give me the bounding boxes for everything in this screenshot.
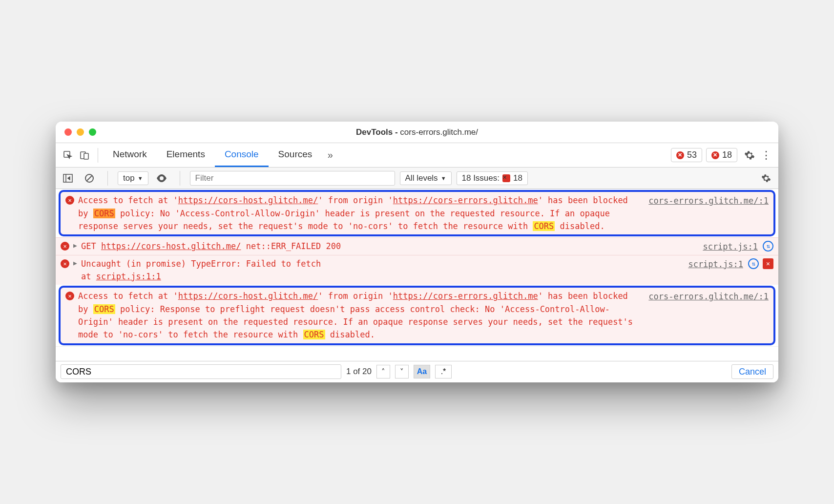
- more-tabs-icon[interactable]: »: [322, 147, 338, 164]
- title-bar: DevTools - cors-errors.glitch.me/: [56, 122, 778, 143]
- text: ' from origin ': [318, 195, 393, 205]
- issue-count-badge[interactable]: ✕ 18: [706, 148, 737, 162]
- main-toolbar: NetworkElementsConsoleSources » ✕ 53 ✕ 1…: [56, 143, 778, 168]
- text: policy: No 'Access-Control-Allow-Origin'…: [78, 209, 610, 231]
- expand-icon[interactable]: ▶: [73, 259, 80, 267]
- tab-elements[interactable]: Elements: [157, 143, 215, 167]
- text: net::ERR_FAILED 200: [241, 241, 341, 251]
- console-message[interactable]: ✕Access to fetch at 'https://cors-host.g…: [59, 190, 775, 236]
- levels-label: All levels: [405, 173, 438, 183]
- issues-label: 18 Issues:: [462, 173, 500, 183]
- find-next-button[interactable]: ˅: [395, 365, 409, 378]
- message-source-link[interactable]: script.js:1: [703, 240, 758, 252]
- message-source-link[interactable]: cors-errors.glitch.me/:1: [648, 194, 769, 206]
- divider: [180, 171, 180, 186]
- link[interactable]: script.js:1:1: [96, 272, 161, 281]
- find-count: 1 of 20: [346, 367, 372, 377]
- error-level-icon: ✕: [65, 292, 74, 300]
- message-body: GET https://cors-host.glitch.me/ net::ER…: [81, 240, 693, 252]
- console-settings-icon[interactable]: [758, 170, 774, 187]
- text: Access to fetch at ': [78, 291, 178, 301]
- devtools-window: DevTools - cors-errors.glitch.me/ Networ…: [56, 122, 778, 382]
- console-input-area[interactable]: [56, 346, 778, 361]
- divider: [98, 148, 98, 163]
- link[interactable]: https://cors-host.glitch.me/: [178, 195, 318, 205]
- message-body: Access to fetch at 'https://cors-host.gl…: [78, 290, 639, 341]
- title-url: cors-errors.glitch.me/: [400, 127, 478, 137]
- svg-rect-2: [84, 153, 88, 159]
- context-selector[interactable]: top ▼: [118, 171, 148, 185]
- find-prev-button[interactable]: ˄: [376, 365, 390, 378]
- find-cancel-button[interactable]: Cancel: [731, 364, 773, 379]
- error-level-icon: ✕: [61, 242, 69, 251]
- error-count-badge[interactable]: ✕ 53: [671, 148, 702, 162]
- live-expression-icon[interactable]: [153, 170, 170, 187]
- message-source-link[interactable]: script.js:1: [688, 257, 743, 269]
- issue-icon: ✕: [502, 174, 510, 182]
- toggle-sidebar-icon[interactable]: [60, 170, 76, 187]
- network-icon[interactable]: ⇅: [763, 241, 773, 252]
- more-menu-icon[interactable]: ⋮: [758, 147, 774, 164]
- issues-button[interactable]: 18 Issues: ✕ 18: [457, 171, 528, 185]
- text: GET: [81, 241, 101, 251]
- console-message[interactable]: ✕▶Uncaught (in promise) TypeError: Faile…: [56, 255, 778, 285]
- error-level-icon: ✕: [61, 259, 69, 268]
- window-title: DevTools - cors-errors.glitch.me/: [56, 127, 778, 137]
- console-messages: ✕Access to fetch at 'https://cors-host.g…: [56, 190, 778, 345]
- text: at: [81, 272, 96, 281]
- chevron-down-icon: ▼: [138, 175, 143, 181]
- link[interactable]: https://cors-host.glitch.me/: [101, 241, 241, 251]
- title-prefix: DevTools -: [356, 127, 400, 137]
- console-toolbar: top ▼ All levels ▼ 18 Issues: ✕ 18: [56, 168, 778, 189]
- text: Uncaught (in promise) TypeError: Failed …: [81, 259, 321, 269]
- filter-input[interactable]: [190, 171, 395, 186]
- text: disabled.: [325, 330, 375, 339]
- message-source-link[interactable]: cors-errors.glitch.me/:1: [648, 290, 769, 301]
- issue-icon[interactable]: ✕: [763, 258, 773, 269]
- console-message[interactable]: ✕▶GET https://cors-host.glitch.me/ net::…: [56, 237, 778, 254]
- expand-icon[interactable]: ▶: [73, 242, 80, 249]
- text: ' from origin ': [318, 291, 393, 301]
- settings-icon[interactable]: [741, 147, 758, 164]
- issue-icon: ✕: [711, 151, 719, 159]
- console-message[interactable]: ✕Access to fetch at 'https://cors-host.g…: [59, 286, 775, 345]
- regex-toggle[interactable]: .*: [435, 365, 452, 378]
- find-bar: 1 of 20 ˄ ˅ Aa .* Cancel: [56, 361, 778, 382]
- error-icon: ✕: [676, 151, 684, 159]
- find-input[interactable]: [61, 364, 341, 379]
- log-levels-selector[interactable]: All levels ▼: [400, 171, 452, 185]
- issue-count: 18: [722, 150, 732, 160]
- text: disabled.: [555, 221, 605, 231]
- tab-console[interactable]: Console: [215, 143, 269, 167]
- context-label: top: [123, 173, 135, 183]
- tab-sources[interactable]: Sources: [269, 143, 322, 167]
- inspect-element-icon[interactable]: [60, 147, 76, 164]
- highlight: CORS: [93, 209, 115, 218]
- match-case-toggle[interactable]: Aa: [414, 365, 430, 378]
- divider: [107, 171, 108, 186]
- panel-tabs: NetworkElementsConsoleSources: [103, 143, 322, 167]
- device-toolbar-icon[interactable]: [76, 147, 93, 164]
- network-icon[interactable]: ⇅: [748, 258, 759, 269]
- text: Access to fetch at ': [78, 195, 178, 205]
- chevron-down-icon: ▼: [441, 175, 446, 181]
- message-body: Access to fetch at 'https://cors-host.gl…: [78, 194, 639, 232]
- issues-count: 18: [513, 173, 522, 183]
- link[interactable]: https://cors-host.glitch.me/: [178, 291, 318, 301]
- link[interactable]: https://cors-errors.glitch.me: [393, 195, 538, 205]
- error-count: 53: [687, 150, 697, 160]
- tab-network[interactable]: Network: [103, 143, 157, 167]
- message-actions: ⇅✕: [748, 257, 773, 269]
- highlight: CORS: [303, 330, 325, 339]
- link[interactable]: https://cors-errors.glitch.me: [393, 291, 538, 301]
- message-actions: ⇅: [763, 240, 773, 252]
- clear-console-icon[interactable]: [81, 170, 98, 187]
- message-body: Uncaught (in promise) TypeError: Failed …: [81, 257, 678, 283]
- error-level-icon: ✕: [65, 196, 74, 205]
- highlight: CORS: [533, 221, 555, 231]
- highlight: CORS: [93, 304, 115, 314]
